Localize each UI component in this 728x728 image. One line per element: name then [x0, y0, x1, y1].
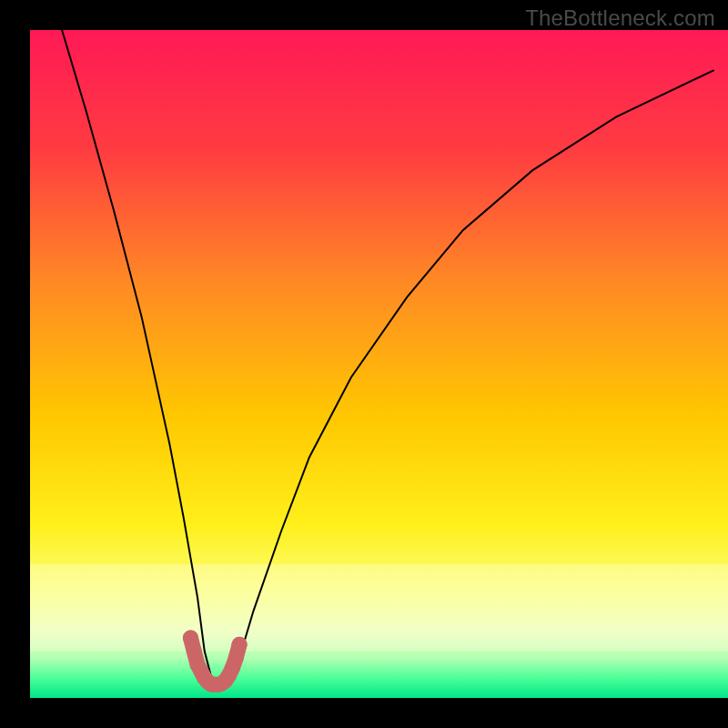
svg-point-0: [183, 630, 198, 645]
pale-band: [30, 564, 728, 651]
watermark-text: TheBottleneck.com: [525, 5, 715, 31]
svg-point-13: [228, 650, 244, 665]
svg-point-14: [232, 637, 248, 652]
svg-point-1: [187, 643, 202, 659]
bottleneck-chart: [0, 0, 728, 728]
